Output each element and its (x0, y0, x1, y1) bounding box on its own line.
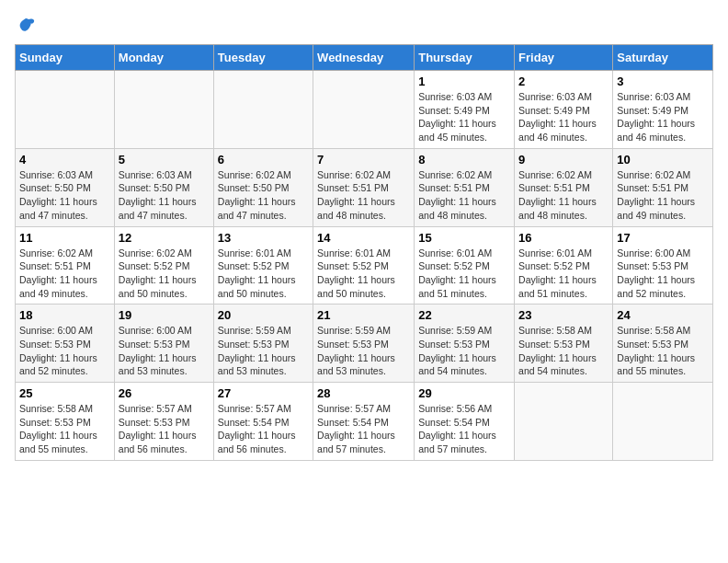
calendar-cell: 3Sunrise: 6:03 AM Sunset: 5:49 PM Daylig… (613, 71, 713, 149)
day-number: 23 (518, 308, 609, 322)
day-number: 2 (518, 75, 609, 88)
day-info: Sunrise: 5:57 AM Sunset: 5:54 PM Dayligh… (218, 402, 309, 456)
calendar-cell (613, 383, 713, 461)
day-info: Sunrise: 6:01 AM Sunset: 5:52 PM Dayligh… (218, 247, 309, 301)
calendar-cell: 6Sunrise: 6:02 AM Sunset: 5:50 PM Daylig… (213, 148, 313, 226)
logo (15, 15, 40, 37)
calendar-cell (16, 71, 115, 149)
day-info: Sunrise: 6:02 AM Sunset: 5:52 PM Dayligh… (119, 247, 210, 301)
day-info: Sunrise: 5:59 AM Sunset: 5:53 PM Dayligh… (218, 324, 309, 378)
day-number: 18 (19, 308, 110, 322)
calendar-cell: 21Sunrise: 5:59 AM Sunset: 5:53 PM Dayli… (313, 304, 415, 383)
day-info: Sunrise: 6:00 AM Sunset: 5:53 PM Dayligh… (119, 324, 210, 378)
calendar-cell: 13Sunrise: 6:01 AM Sunset: 5:52 PM Dayli… (213, 226, 313, 304)
calendar-cell: 1Sunrise: 6:03 AM Sunset: 5:49 PM Daylig… (415, 71, 515, 149)
calendar-cell: 8Sunrise: 6:02 AM Sunset: 5:51 PM Daylig… (415, 148, 515, 226)
header (15, 15, 713, 37)
day-number: 12 (119, 231, 210, 245)
day-number: 16 (518, 231, 609, 245)
day-number: 26 (119, 386, 210, 400)
day-number: 21 (317, 308, 410, 322)
day-number: 25 (19, 386, 110, 400)
day-number: 13 (218, 231, 309, 245)
day-info: Sunrise: 6:02 AM Sunset: 5:51 PM Dayligh… (418, 168, 510, 223)
calendar-cell: 10Sunrise: 6:02 AM Sunset: 5:51 PM Dayli… (613, 148, 713, 226)
calendar-cell: 17Sunrise: 6:00 AM Sunset: 5:53 PM Dayli… (613, 226, 713, 304)
day-info: Sunrise: 6:02 AM Sunset: 5:51 PM Dayligh… (19, 247, 110, 301)
week-row-0: 1Sunrise: 6:03 AM Sunset: 5:49 PM Daylig… (16, 71, 713, 149)
day-info: Sunrise: 6:03 AM Sunset: 5:50 PM Dayligh… (19, 168, 110, 223)
day-number: 20 (218, 308, 309, 322)
day-info: Sunrise: 5:56 AM Sunset: 5:54 PM Dayligh… (418, 402, 510, 456)
header-day-monday: Monday (114, 45, 213, 71)
day-number: 27 (218, 386, 309, 400)
calendar-header: SundayMondayTuesdayWednesdayThursdayFrid… (16, 45, 713, 71)
header-day-thursday: Thursday (415, 45, 515, 71)
day-info: Sunrise: 6:01 AM Sunset: 5:52 PM Dayligh… (518, 247, 609, 301)
day-info: Sunrise: 6:00 AM Sunset: 5:53 PM Dayligh… (617, 247, 709, 301)
calendar-cell: 22Sunrise: 5:59 AM Sunset: 5:53 PM Dayli… (415, 304, 515, 383)
week-row-4: 25Sunrise: 5:58 AM Sunset: 5:53 PM Dayli… (16, 383, 713, 461)
day-number: 11 (19, 231, 110, 245)
calendar-body: 1Sunrise: 6:03 AM Sunset: 5:49 PM Daylig… (16, 71, 713, 461)
calendar-cell: 12Sunrise: 6:02 AM Sunset: 5:52 PM Dayli… (114, 226, 213, 304)
day-number: 6 (218, 153, 309, 167)
calendar-cell (114, 71, 213, 149)
calendar-cell: 9Sunrise: 6:02 AM Sunset: 5:51 PM Daylig… (515, 148, 613, 226)
week-row-2: 11Sunrise: 6:02 AM Sunset: 5:51 PM Dayli… (16, 226, 713, 304)
calendar-cell: 4Sunrise: 6:03 AM Sunset: 5:50 PM Daylig… (16, 148, 115, 226)
day-number: 9 (518, 153, 609, 167)
day-number: 14 (317, 231, 410, 245)
header-row: SundayMondayTuesdayWednesdayThursdayFrid… (16, 45, 713, 71)
calendar-cell: 25Sunrise: 5:58 AM Sunset: 5:53 PM Dayli… (16, 383, 115, 461)
day-info: Sunrise: 5:58 AM Sunset: 5:53 PM Dayligh… (518, 324, 609, 378)
day-info: Sunrise: 6:02 AM Sunset: 5:51 PM Dayligh… (317, 168, 410, 223)
day-info: Sunrise: 6:01 AM Sunset: 5:52 PM Dayligh… (418, 247, 510, 301)
week-row-1: 4Sunrise: 6:03 AM Sunset: 5:50 PM Daylig… (16, 148, 713, 226)
calendar-cell: 14Sunrise: 6:01 AM Sunset: 5:52 PM Dayli… (313, 226, 415, 304)
calendar-cell (213, 71, 313, 149)
day-number: 5 (119, 153, 210, 167)
header-day-tuesday: Tuesday (213, 45, 313, 71)
calendar-cell: 16Sunrise: 6:01 AM Sunset: 5:52 PM Dayli… (515, 226, 613, 304)
day-info: Sunrise: 6:03 AM Sunset: 5:50 PM Dayligh… (119, 168, 210, 223)
day-info: Sunrise: 5:57 AM Sunset: 5:53 PM Dayligh… (119, 402, 210, 456)
calendar-cell: 28Sunrise: 5:57 AM Sunset: 5:54 PM Dayli… (313, 383, 415, 461)
day-number: 10 (617, 153, 709, 167)
calendar-cell: 19Sunrise: 6:00 AM Sunset: 5:53 PM Dayli… (114, 304, 213, 383)
header-day-sunday: Sunday (16, 45, 115, 71)
day-number: 4 (19, 153, 110, 167)
calendar-cell: 7Sunrise: 6:02 AM Sunset: 5:51 PM Daylig… (313, 148, 415, 226)
day-number: 8 (418, 153, 510, 167)
calendar-cell: 27Sunrise: 5:57 AM Sunset: 5:54 PM Dayli… (213, 383, 313, 461)
day-info: Sunrise: 6:02 AM Sunset: 5:50 PM Dayligh… (218, 168, 309, 223)
day-info: Sunrise: 5:57 AM Sunset: 5:54 PM Dayligh… (317, 402, 410, 456)
calendar-table: SundayMondayTuesdayWednesdayThursdayFrid… (15, 44, 713, 461)
calendar-cell: 18Sunrise: 6:00 AM Sunset: 5:53 PM Dayli… (16, 304, 115, 383)
day-number: 19 (119, 308, 210, 322)
day-number: 24 (617, 308, 709, 322)
week-row-3: 18Sunrise: 6:00 AM Sunset: 5:53 PM Dayli… (16, 304, 713, 383)
day-info: Sunrise: 6:02 AM Sunset: 5:51 PM Dayligh… (518, 168, 609, 223)
day-info: Sunrise: 5:58 AM Sunset: 5:53 PM Dayligh… (617, 324, 709, 378)
calendar-cell (313, 71, 415, 149)
day-info: Sunrise: 6:00 AM Sunset: 5:53 PM Dayligh… (19, 324, 110, 378)
day-number: 28 (317, 386, 410, 400)
calendar-cell (515, 383, 613, 461)
day-number: 3 (617, 75, 709, 88)
day-number: 22 (418, 308, 510, 322)
calendar-cell: 2Sunrise: 6:03 AM Sunset: 5:49 PM Daylig… (515, 71, 613, 149)
calendar-cell: 24Sunrise: 5:58 AM Sunset: 5:53 PM Dayli… (613, 304, 713, 383)
day-info: Sunrise: 5:59 AM Sunset: 5:53 PM Dayligh… (317, 324, 410, 378)
calendar-cell: 11Sunrise: 6:02 AM Sunset: 5:51 PM Dayli… (16, 226, 115, 304)
day-number: 1 (418, 75, 510, 88)
day-info: Sunrise: 6:03 AM Sunset: 5:49 PM Dayligh… (617, 90, 709, 144)
day-info: Sunrise: 6:02 AM Sunset: 5:51 PM Dayligh… (617, 168, 709, 223)
day-info: Sunrise: 6:03 AM Sunset: 5:49 PM Dayligh… (518, 90, 609, 144)
day-info: Sunrise: 5:58 AM Sunset: 5:53 PM Dayligh… (19, 402, 110, 456)
calendar-cell: 23Sunrise: 5:58 AM Sunset: 5:53 PM Dayli… (515, 304, 613, 383)
calendar-cell: 29Sunrise: 5:56 AM Sunset: 5:54 PM Dayli… (415, 383, 515, 461)
day-number: 29 (418, 386, 510, 400)
day-number: 17 (617, 231, 709, 245)
header-day-saturday: Saturday (613, 45, 713, 71)
